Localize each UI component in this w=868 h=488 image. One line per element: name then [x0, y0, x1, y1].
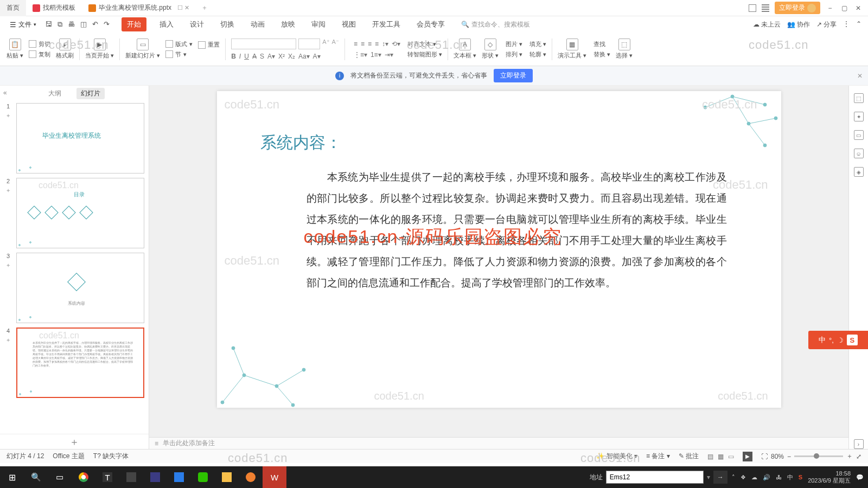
menu-tab-slideshow[interactable]: 放映 — [278, 17, 298, 31]
app-todesk[interactable] — [167, 466, 191, 488]
smart-beautify-button[interactable]: ✨ 智能美化 ▾ — [596, 452, 637, 461]
menu-tab-review[interactable]: 审阅 — [308, 17, 329, 31]
menu-tab-insert[interactable]: 插入 — [156, 17, 177, 31]
export-icon[interactable]: ◫ — [80, 20, 87, 29]
search-button[interactable]: 🔍 — [24, 466, 48, 488]
subscript-icon[interactable]: X₂ — [288, 53, 295, 60]
app-orange[interactable] — [239, 466, 263, 488]
reset-button[interactable]: 重置 — [198, 41, 220, 49]
align-justify-icon[interactable]: ≡ — [375, 40, 379, 48]
cut-button[interactable]: 剪切 — [29, 40, 50, 48]
tray-ime-icon[interactable]: 中 — [787, 473, 793, 481]
tab-home[interactable]: 首页 — [0, 0, 26, 16]
tray-sogou-icon[interactable]: S — [799, 474, 802, 480]
collapse-ribbon-icon[interactable]: ⌃ — [856, 20, 861, 29]
tray-icon[interactable]: ❖ — [741, 474, 746, 481]
slideshow-play-button[interactable]: ▶ — [743, 452, 752, 461]
normal-view-icon[interactable]: ▤ — [707, 453, 713, 460]
new-tab-button[interactable]: ＋ — [196, 0, 213, 16]
file-menu[interactable]: ☰文件▾ — [7, 19, 40, 30]
rail-skin-icon[interactable]: ◈ — [854, 167, 864, 177]
rail-ai-icon[interactable]: ☺ — [854, 149, 864, 158]
smart-shape-button[interactable]: 转智能图形 ▾ — [406, 50, 442, 59]
app-explorer[interactable] — [215, 466, 239, 488]
print-preview-icon[interactable]: ⧉ — [58, 20, 62, 29]
align-left-icon[interactable]: ≡ — [354, 40, 358, 48]
change-case-icon[interactable]: Aa▾ — [298, 53, 310, 60]
address-input[interactable] — [606, 471, 704, 484]
zoom-slider[interactable] — [794, 455, 843, 457]
textbox-button[interactable]: A文本框 ▾ — [454, 38, 476, 60]
app-sublime[interactable] — [119, 466, 143, 488]
notifications-icon[interactable]: 💬 — [856, 474, 864, 481]
superscript-icon[interactable]: X² — [278, 53, 285, 60]
app-intellij[interactable] — [143, 466, 167, 488]
slide-canvas[interactable]: code51.cn code51.cn code51.cn code51.cn … — [217, 91, 781, 408]
bold-icon[interactable]: B — [231, 53, 236, 60]
slide-thumbnail-4[interactable]: code51.cn 本系统为毕业生提供了一起的离校手续，办理环境和服务。高校毕业… — [16, 328, 144, 398]
banner-close-icon[interactable]: ✕ — [857, 72, 863, 80]
font-color-icon[interactable]: A▾ — [313, 53, 321, 60]
notes-placeholder[interactable]: 单击此处添加备注 — [163, 439, 215, 448]
menu-tab-transition[interactable]: 切换 — [217, 17, 238, 31]
zoom-in-icon[interactable]: ＋ — [846, 452, 853, 461]
slide-thumbnail-1[interactable]: 毕业生离校管理系统 — [16, 103, 144, 174]
tray-volume-icon[interactable]: 🔊 — [763, 474, 770, 481]
font-name-select[interactable] — [231, 38, 296, 49]
line-spacing-icon[interactable]: ↕▾ — [382, 40, 388, 48]
task-view-button[interactable]: ▭ — [48, 466, 72, 488]
bullets-icon[interactable]: ⋮≡▾ — [354, 51, 367, 59]
menu-tab-animation[interactable]: 动画 — [247, 17, 268, 31]
fill-button[interactable]: 填充 ▾ — [528, 40, 546, 48]
share-button[interactable]: ↗分享 — [816, 20, 837, 29]
format-painter-button[interactable]: 🖌格式刷 — [56, 38, 74, 60]
outline-button[interactable]: 轮廓 ▾ — [528, 50, 546, 59]
layout-icon[interactable] — [749, 4, 756, 12]
rail-settings-icon[interactable]: ⬚ — [854, 93, 864, 103]
fullscreen-icon[interactable]: ⤢ — [856, 453, 861, 460]
decrease-font-icon[interactable]: A⁻ — [332, 38, 339, 49]
show-tools-button[interactable]: ▦演示工具 ▾ — [558, 38, 586, 60]
italic-icon[interactable]: I — [239, 53, 241, 60]
highlight-icon[interactable]: A▾ — [267, 53, 275, 60]
login-button[interactable]: 立即登录 — [775, 2, 820, 14]
new-slide-button[interactable]: ▭新建幻灯片 ▾ — [125, 38, 160, 60]
undo-icon[interactable]: ↶ — [92, 20, 98, 29]
align-text-button[interactable]: 对齐文本 ▾ — [406, 40, 442, 48]
close-tab-icon[interactable]: ☐ ✕ — [177, 4, 189, 11]
strikethrough-icon[interactable]: A̶ — [252, 53, 257, 60]
collapse-panel-icon[interactable]: « — [3, 89, 7, 97]
menu-tab-member[interactable]: 会员专享 — [413, 17, 448, 31]
thumbnail-list[interactable]: 1✦ 毕业生离校管理系统 2✦ code51.cn 目录 3✦ — [0, 101, 149, 434]
print-icon[interactable]: 🖶 — [68, 20, 75, 29]
menu-tab-start[interactable]: 开始 — [122, 17, 146, 31]
find-button[interactable]: 查找 — [592, 40, 610, 48]
numbering-icon[interactable]: 1≡▾ — [371, 51, 381, 59]
slide-title[interactable]: 系统内容： — [260, 132, 342, 154]
rail-design-icon[interactable]: ✦ — [854, 112, 864, 121]
slide-thumbnail-3[interactable]: 系统内容 — [16, 253, 144, 323]
layout-button[interactable]: 版式 ▾ — [165, 40, 193, 48]
notes-toggle[interactable]: ≡ 备注 ▾ — [646, 452, 670, 461]
shadow-icon[interactable]: S — [260, 53, 264, 60]
tray-network-icon[interactable]: 🖧 — [776, 474, 782, 480]
close-window-icon[interactable]: ✕ — [854, 4, 863, 12]
sorter-view-icon[interactable]: ▦ — [718, 453, 724, 460]
address-go-button[interactable]: → — [713, 471, 727, 484]
notes-toggle-icon[interactable]: ≡ — [155, 440, 158, 447]
menu-tab-view[interactable]: 视图 — [339, 17, 359, 31]
notes-pane[interactable]: ≡ 单击此处添加备注 — [149, 437, 848, 449]
tab-current-file[interactable]: 毕业生离校管理系统.pptx☐ ✕ — [82, 0, 196, 16]
select-button[interactable]: ⬚选择 ▾ — [616, 38, 633, 60]
menu-tab-devtools[interactable]: 开发工具 — [369, 17, 404, 31]
slide-body-text[interactable]: 本系统为毕业生提供了一起的离校手续，办理环境和服务。高校毕业生的离校工作涉及的部… — [307, 167, 727, 294]
align-center-icon[interactable]: ≡ — [361, 40, 365, 48]
indent-icon[interactable]: ⇥▾ — [385, 51, 393, 59]
add-slide-button[interactable]: ＋ — [0, 434, 149, 449]
app-wechat[interactable] — [191, 466, 215, 488]
tray-icon[interactable]: ☁ — [751, 474, 757, 481]
more-icon[interactable]: ⋮ — [843, 20, 850, 29]
missing-fonts[interactable]: T? 缺失字体 — [93, 452, 129, 461]
slide-thumbnail-2[interactable]: code51.cn 目录 — [16, 178, 144, 248]
banner-login-button[interactable]: 立即登录 — [494, 69, 533, 82]
